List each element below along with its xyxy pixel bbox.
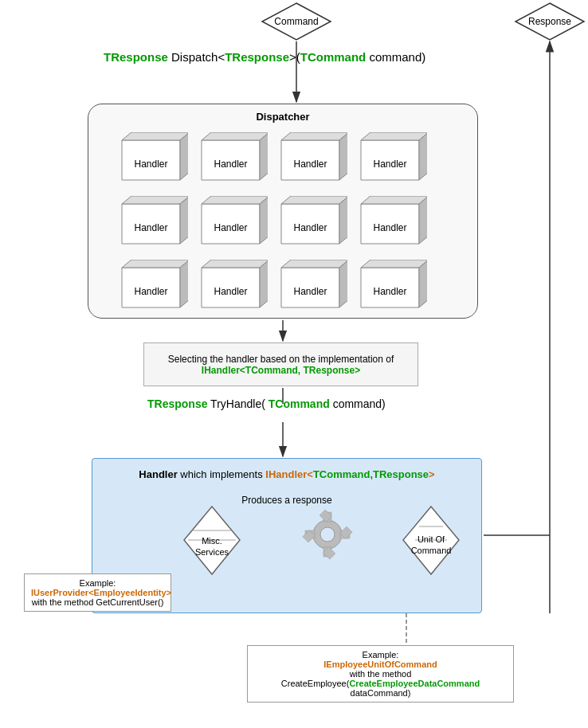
dispatcher-box: Dispatcher Handler Handler [88, 104, 478, 319]
svg-marker-37 [419, 196, 427, 244]
sig-dispatch: Dispatch< [168, 50, 225, 64]
method-signature: TResponse Dispatch<TResponse>(TCommand c… [104, 50, 425, 64]
example-right-title: Example: [254, 650, 507, 660]
handler-box-2-2: Handler [192, 196, 268, 252]
handler-label-3-4: Handler [361, 276, 419, 307]
example-left-interface: IUserProvider<EmployeeIdentity> [31, 588, 164, 597]
misc-services-diamond: Misc.Services [180, 503, 244, 581]
dispatcher-label: Dispatcher [256, 111, 309, 123]
svg-marker-43 [260, 260, 268, 307]
handler-box-3-3: Handler [272, 260, 347, 316]
ihandler-open: IHandler< [265, 468, 313, 480]
svg-marker-45 [281, 260, 347, 268]
example-left-title: Example: [31, 578, 164, 588]
handler-label-2-1: Handler [122, 212, 180, 244]
handler-box-1-4: Handler [351, 132, 427, 189]
svg-marker-49 [419, 260, 427, 307]
ihandler-params: TCommand,TResponse [313, 468, 429, 480]
handler-label-1-1: Handler [122, 148, 180, 180]
handler-label-2-2: Handler [202, 212, 260, 244]
svg-marker-19 [260, 132, 268, 180]
diagram-container: Command Response TResponse Dispatch<TRes… [0, 0, 588, 728]
handler-box-3-2: Handler [192, 260, 268, 316]
example-left-box: Example: IUserProvider<EmployeeIdentity>… [24, 573, 171, 612]
command-diamond: Command [261, 2, 332, 41]
svg-marker-42 [202, 260, 268, 268]
svg-marker-33 [281, 196, 347, 204]
handler-label-1-2: Handler [202, 148, 260, 180]
svg-marker-25 [419, 132, 427, 180]
svg-marker-30 [202, 196, 268, 204]
handler-bold: Handler [139, 468, 177, 480]
handler-which: which implements [180, 468, 265, 480]
svg-marker-34 [339, 196, 347, 244]
handler-label-1-4: Handler [361, 148, 419, 180]
svg-marker-27 [122, 196, 188, 204]
handler-label-2-3: Handler [281, 212, 339, 244]
svg-marker-48 [361, 260, 427, 268]
svg-marker-36 [361, 196, 427, 204]
tryhandle-tcommand: TCommand [269, 397, 330, 410]
handler-impl-label: Handler which implements IHandler<TComma… [139, 468, 434, 480]
unit-command-diamond: Unit OfCommand [399, 503, 463, 581]
svg-marker-40 [180, 260, 188, 307]
example-right-interface: IEmployeeUnitOfCommand [254, 660, 507, 669]
example-right-method: with the method [254, 669, 507, 679]
handler-box-3-4: Handler [351, 260, 427, 316]
svg-point-54 [320, 527, 335, 542]
tryhandle-tresponse: TResponse [147, 397, 207, 410]
svg-marker-18 [202, 132, 268, 140]
handler-box-1-2: Handler [192, 132, 268, 189]
command-label: Command [261, 2, 332, 41]
svg-marker-22 [339, 132, 347, 180]
selection-interface: IHandler<TCommand, TResponse> [202, 365, 360, 376]
example-right-box: Example: IEmployeeUnitOfCommand with the… [247, 645, 514, 703]
handler-label-2-4: Handler [361, 212, 419, 244]
handler-label-3-2: Handler [202, 276, 260, 307]
response-diamond: Response [514, 2, 586, 41]
svg-marker-21 [281, 132, 347, 140]
handler-box-1-1: Handler [112, 132, 188, 189]
sig-mid: >( [289, 50, 300, 64]
sig-tresponse1: TResponse [104, 50, 168, 64]
example-right-param: CreateEmployeeDataCommand [349, 679, 480, 688]
example-left-rest: with the method GetCurrentUser() [31, 597, 164, 607]
handler-box-1-3: Handler [272, 132, 347, 189]
handler-box-2-4: Handler [351, 196, 427, 252]
misc-services-label: Misc.Services [180, 526, 244, 566]
handler-box-3-1: Handler [112, 260, 188, 316]
svg-marker-28 [180, 196, 188, 244]
svg-marker-39 [122, 260, 188, 268]
tryhandle-end: command) [333, 397, 386, 410]
sig-end: command) [366, 50, 425, 64]
unit-command-label: Unit OfCommand [399, 525, 463, 565]
svg-marker-31 [260, 196, 268, 244]
example-right-create: CreateEmployee(CreateEmployeeDataCommand… [254, 679, 507, 698]
response-label: Response [514, 2, 586, 41]
handler-box-2-3: Handler [272, 196, 347, 252]
tryhandle-signature: TResponse TryHandle( TCommand command) [147, 397, 386, 410]
handler-label-1-3: Handler [281, 148, 339, 180]
svg-marker-46 [339, 260, 347, 307]
tryhandle-method: TryHandle( [210, 397, 265, 410]
svg-marker-15 [122, 132, 188, 140]
sig-tresponse2: TResponse [225, 50, 289, 64]
svg-marker-16 [180, 132, 188, 180]
selection-box: Selecting the handler based on the imple… [143, 342, 418, 386]
gear-area [296, 503, 359, 569]
svg-marker-24 [361, 132, 427, 140]
selection-line2: IHandler<TCommand, TResponse> [202, 365, 360, 376]
handler-box-2-1: Handler [112, 196, 188, 252]
selection-line1: Selecting the handler based on the imple… [168, 354, 394, 365]
handler-label-3-1: Handler [122, 276, 180, 307]
sig-tcommand: TCommand [300, 50, 367, 64]
ihandler-close: > [429, 468, 435, 480]
handler-label-3-3: Handler [281, 276, 339, 307]
gear-svg [296, 503, 359, 566]
